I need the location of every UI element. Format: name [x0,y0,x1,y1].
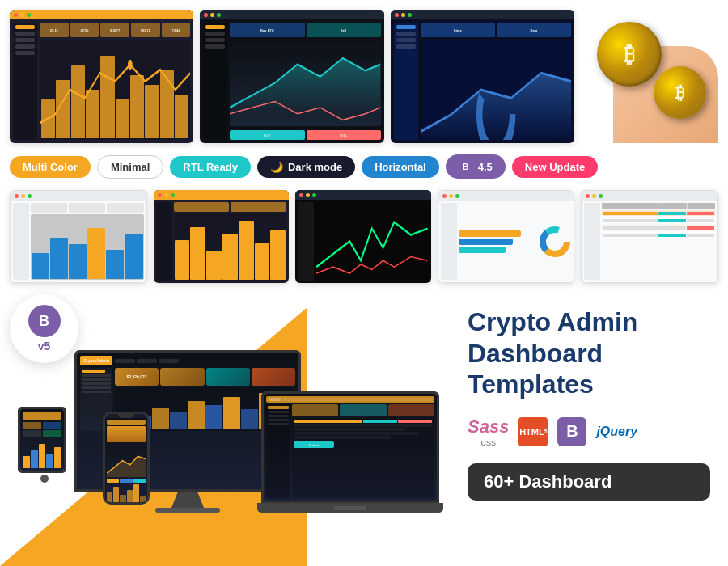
laptop-base [257,503,443,513]
sc-sidebar-1 [13,23,37,140]
badge-horizontal: Horizontal [362,156,439,178]
titlebar-m3 [295,190,431,200]
coin-image-area: ₿ ₿ [581,10,718,143]
right-content: Crypto Admin Dashboard Templates Sass CS… [459,294,718,513]
svg-marker-7 [107,456,146,477]
main-container: 29.12 4.755 0.2677 193.72 73.42 [0,0,728,566]
middle-screenshot-3 [295,190,431,283]
titlebar-3 [391,10,574,19]
sc-body-1: 29.12 4.755 0.2677 193.72 73.42 [10,19,193,143]
sc-content-3: Stats Data [421,23,571,140]
jquery-icon: jQuery [596,424,637,439]
tech-jquery: jQuery [596,424,637,439]
coin-hand: ₿ ₿ [581,10,718,143]
titlebar-m1 [11,191,146,201]
devices-area: B v5 [10,294,443,513]
product-title: Crypto Admin Dashboard Templates [468,306,710,399]
sc-sidebar-3 [394,23,418,140]
phone-device [103,412,150,505]
bootstrap-icon: B [28,305,61,337]
mini-body-m4 [438,201,574,282]
bottom-row: B v5 [10,294,718,513]
dashboard-count-text: 60+ Dashboard [484,471,612,492]
svg-point-3 [479,78,512,140]
tablet-screen [18,407,66,473]
screenshot-card-2: Buy BTC Sell [200,10,383,143]
tech-sass: Sass CSS [468,416,509,447]
monitor-base [155,508,220,513]
middle-screenshot-2 [154,190,290,283]
moon-icon: 🌙 [270,161,283,173]
titlebar-2 [200,10,383,19]
badge-bootstrap: B 4.5 [446,154,506,179]
chart-area-2 [230,40,380,126]
bitcoin-coin-2: ₿ [654,66,706,119]
middle-screenshot-4 [438,190,575,283]
chart-area-1 [40,40,190,140]
badge-newupdate: New Update [512,156,598,178]
badge-rtl: RTL Ready [170,156,251,178]
middle-screenshots-row [10,190,718,283]
sc-content-1: 29.12 4.755 0.2677 193.72 73.42 [40,23,190,140]
titlebar-1 [10,10,193,19]
middle-screenshot-1 [10,190,147,283]
tech-icons-row: Sass CSS HTML 5 B jQuery [468,416,710,447]
sass-icon: Sass [468,416,509,437]
chart-area-3 [421,40,571,140]
monitor-stand [171,492,204,508]
bootstrap-b-large-icon: B [557,417,586,446]
tablet-home-button [40,475,49,483]
tablet-device [18,407,70,484]
screenshot-card-1: 29.12 4.755 0.2677 193.72 73.42 [10,10,193,143]
badge-darkmode: 🌙 Dark mode [257,156,355,178]
sc-body-2: Buy BTC Sell [200,19,383,143]
feature-badges-row: Multi Color Minimal RTL Ready 🌙 Dark mod… [10,154,718,179]
laptop-touchpad [334,506,366,510]
badge-minimal: Minimal [97,155,163,179]
screenshot-card-3: Stats Data [391,10,574,143]
badge-multicolor: Multi Color [10,156,91,178]
bootstrap-version: v5 [38,340,51,353]
mini-body-m3 [295,200,431,283]
bootstrap-v5-badge: B v5 [10,294,78,363]
css-label: CSS [480,439,496,447]
bootstrap-b-icon: B [459,159,473,174]
mini-body-m2 [154,200,290,283]
mini-body-m5 [582,201,717,282]
sc-body-3: Stats Data [391,19,574,143]
mini-body-m1 [11,201,146,282]
html5-icon: HTML 5 [518,417,548,446]
dashboard-count-badge: 60+ Dashboard [468,463,710,501]
middle-screenshot-5 [581,190,718,283]
titlebar-m4 [438,191,574,201]
phone-screen [103,412,150,505]
titlebar-m5 [582,191,717,201]
bitcoin-coin-1: ₿ [597,22,662,87]
top-screenshots-row: 29.12 4.755 0.2677 193.72 73.42 [10,10,718,143]
laptop-screen: Submit [261,391,439,503]
titlebar-m2 [154,190,290,200]
sc-content-2: Buy BTC Sell [230,23,380,140]
svg-point-0 [128,60,133,70]
laptop-device: Submit [257,391,443,513]
sc-sidebar-2 [203,23,227,140]
